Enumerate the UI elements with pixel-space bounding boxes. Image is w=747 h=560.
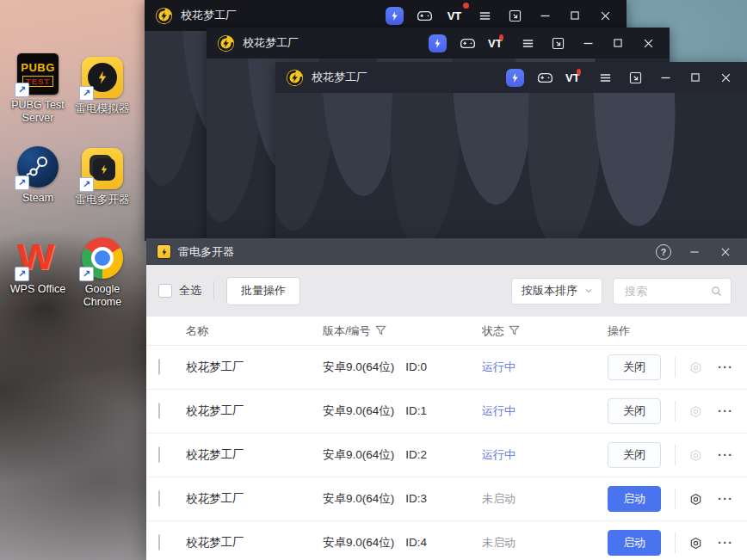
lightning-icon — [98, 163, 110, 175]
desktop-icon-ldplayer[interactable]: ↗ 雷电模拟器 — [71, 57, 134, 115]
search-input[interactable] — [623, 284, 710, 298]
search-box[interactable] — [613, 278, 732, 305]
row-checkbox[interactable] — [158, 534, 160, 551]
icon-label: 雷电模拟器 — [76, 102, 130, 115]
settings-icon[interactable] — [688, 492, 703, 507]
instance-version: 安卓9.0(64位)ID:1 — [323, 403, 482, 419]
desktop-icon-pubg[interactable]: PUBG TEST ↗ PUBG Test Server — [6, 53, 70, 125]
row-divider — [675, 532, 676, 553]
row-divider — [675, 445, 676, 465]
row-checkbox[interactable] — [158, 403, 160, 419]
gamepad-icon[interactable] — [458, 34, 477, 52]
header-status: 状态 — [482, 323, 602, 339]
vt-icon[interactable]: VT — [565, 68, 584, 87]
wps-office-icon: W ↗ — [17, 237, 59, 279]
instance-version: 安卓9.0(64位)ID:0 — [323, 360, 482, 375]
header-version: 版本/编号 — [323, 323, 482, 339]
desktop-icon-steam[interactable]: ↗ Steam — [6, 146, 70, 205]
settings-icon[interactable] — [688, 448, 703, 463]
table-row: 校花梦工厂 安卓9.0(64位)ID:3 未启动 启动 ··· — [146, 477, 747, 521]
more-icon[interactable]: ··· — [718, 495, 733, 503]
settings-icon[interactable] — [688, 360, 703, 375]
shortcut-arrow-icon: ↗ — [15, 267, 29, 281]
maximize-icon[interactable] — [608, 34, 627, 52]
small-window-icon[interactable] — [626, 68, 645, 87]
row-divider — [675, 401, 676, 422]
help-icon[interactable]: ? — [652, 243, 675, 262]
chevron-down-icon — [583, 286, 594, 296]
filter-icon[interactable] — [509, 325, 520, 336]
table-row: 校花梦工厂 安卓9.0(64位)ID:4 未启动 启动 ··· — [146, 521, 747, 560]
table-row: 校花梦工厂 安卓9.0(64位)ID:1 运行中 关闭 ··· — [146, 390, 747, 434]
notification-dot — [463, 3, 469, 9]
row-checkbox[interactable] — [158, 490, 160, 507]
pubg-art-text: PUBG — [21, 61, 55, 74]
desktop-icon-wps[interactable]: W ↗ WPS Office — [6, 237, 70, 296]
emulator-titlebar[interactable]: 校花梦工厂 VT — [145, 0, 627, 31]
menu-icon[interactable] — [475, 6, 494, 25]
menu-icon[interactable] — [596, 68, 614, 87]
vt-icon[interactable]: VT — [488, 34, 507, 52]
window-title: 校花梦工厂 — [312, 70, 494, 85]
boost-icon[interactable] — [428, 34, 447, 52]
close-icon[interactable] — [596, 6, 614, 25]
start-instance-button[interactable]: 启动 — [608, 530, 661, 556]
gamepad-icon[interactable] — [535, 68, 554, 87]
close-icon[interactable] — [716, 68, 735, 87]
boost-icon[interactable] — [505, 68, 524, 87]
window-title: 校花梦工厂 — [243, 35, 417, 51]
instance-version: 安卓9.0(64位)ID:2 — [323, 447, 482, 463]
shortcut-arrow-icon: ↗ — [79, 267, 94, 281]
sort-dropdown[interactable]: 按版本排序 — [511, 278, 602, 305]
maximize-icon[interactable] — [686, 68, 705, 87]
minimize-icon[interactable] — [656, 68, 675, 87]
gamepad-icon[interactable] — [415, 6, 434, 25]
maximize-icon[interactable] — [565, 6, 584, 25]
select-all-checkbox[interactable] — [158, 284, 172, 298]
settings-icon[interactable] — [688, 536, 703, 551]
ldplayer-icon: ↗ — [82, 57, 123, 98]
vt-icon[interactable]: VT — [445, 6, 464, 25]
close-icon[interactable] — [639, 34, 657, 52]
instance-id: ID:3 — [405, 492, 427, 505]
close-icon[interactable] — [714, 243, 737, 262]
close-instance-button[interactable]: 关闭 — [608, 354, 661, 380]
more-icon[interactable]: ··· — [718, 538, 733, 547]
close-instance-button[interactable]: 关闭 — [608, 442, 661, 468]
settings-icon[interactable] — [688, 404, 703, 419]
icon-label: WPS Office — [10, 283, 65, 296]
start-instance-button[interactable]: 启动 — [608, 486, 661, 512]
status-badge: 运行中 — [482, 403, 602, 419]
more-icon[interactable]: ··· — [718, 407, 733, 415]
emulator-titlebar[interactable]: 校花梦工厂 VT — [275, 62, 747, 93]
menu-icon[interactable] — [518, 34, 537, 52]
boost-icon[interactable] — [385, 6, 404, 25]
notification-dot — [499, 34, 503, 40]
instance-version: 安卓9.0(64位)ID:3 — [323, 491, 482, 507]
lightning-icon — [95, 70, 110, 85]
desktop-icon-ld-multiplayer[interactable]: ↗ 雷电多开器 — [71, 148, 134, 206]
steam-icon: ↗ — [17, 146, 59, 188]
more-icon[interactable]: ··· — [718, 363, 733, 372]
small-window-icon[interactable] — [505, 6, 524, 25]
row-checkbox[interactable] — [158, 359, 160, 375]
header-actions: 操作 — [602, 323, 747, 339]
close-instance-button[interactable]: 关闭 — [608, 398, 661, 424]
manager-titlebar[interactable]: 雷电多开器 ? — [146, 238, 747, 265]
table-row: 校花梦工厂 安卓9.0(64位)ID:0 运行中 关闭 ··· — [146, 346, 747, 390]
minimize-icon[interactable] — [683, 243, 706, 262]
small-window-icon[interactable] — [548, 34, 567, 52]
row-checkbox[interactable] — [158, 446, 160, 463]
more-icon[interactable]: ··· — [718, 451, 733, 459]
minimize-icon[interactable] — [535, 6, 554, 25]
minimize-icon[interactable] — [578, 34, 597, 52]
filter-icon[interactable] — [375, 325, 386, 336]
emulator-content — [275, 93, 747, 241]
emulator-titlebar[interactable]: 校花梦工厂 VT — [207, 28, 670, 58]
pubg-icon: PUBG TEST ↗ — [17, 53, 59, 95]
desktop-icon-chrome[interactable]: ↗ Google Chrome — [71, 237, 134, 309]
instance-name: 校花梦工厂 — [186, 360, 323, 375]
emulator-window-3: 校花梦工厂 VT — [275, 62, 747, 241]
batch-operations-button[interactable]: 批量操作 — [226, 277, 300, 305]
instance-id: ID:4 — [405, 536, 427, 549]
